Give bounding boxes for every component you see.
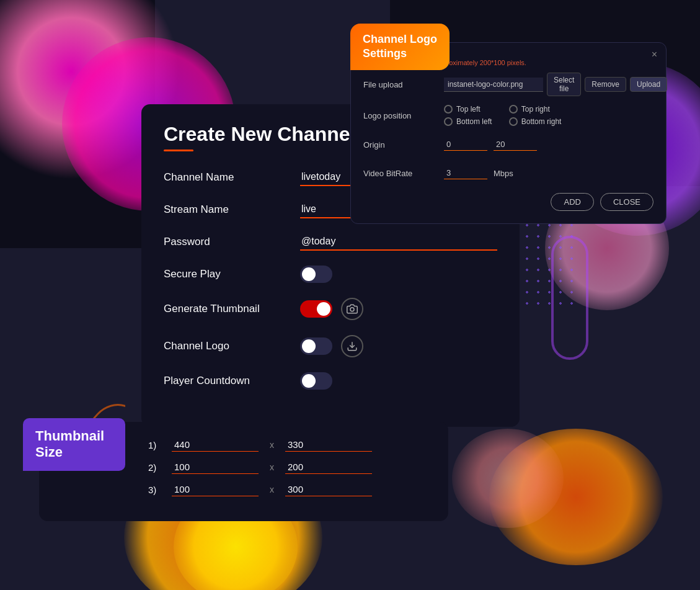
thumb-width-input-2[interactable] [172,460,259,474]
download-icon [347,341,358,352]
origin-inputs [444,138,537,151]
thumbnail-size-title: Thumbnail Size [35,428,104,460]
player-countdown-thumb [302,374,316,388]
radio-circle-bottom-right [509,117,518,126]
password-label: Password [164,236,288,248]
secure-play-label: Secure Play [164,268,288,280]
generate-thumbnail-toggle[interactable] [300,300,332,318]
logo-position-row: Logo position Top left Top right Bottom … [363,105,653,126]
radio-circle-bottom-left [444,117,453,126]
password-input[interactable] [300,233,497,251]
thumb-row-num-1: 1) [148,440,166,450]
origin-y-input[interactable] [494,138,537,151]
squiggle-decoration [551,236,588,360]
thumb-row-num-2: 2) [148,462,166,473]
secure-play-thumb [302,267,316,281]
file-upload-row: File upload Select file Remove Upload [363,73,653,96]
player-countdown-toggle[interactable] [300,372,332,390]
remove-file-button[interactable]: Remove [585,77,626,92]
radio-label-top-left: Top left [456,105,481,114]
radio-bottom-right[interactable]: Bottom right [509,117,562,126]
thumb-height-input-2[interactable] [285,460,372,474]
bitrate-row: Video BitRate Mbps [363,163,653,183]
channel-logo-settings-badge: Channel Logo Settings [350,24,450,70]
radio-top-left[interactable]: Top left [444,105,497,114]
logo-position-options: Top left Top right Bottom left Bottom ri… [444,105,561,126]
file-name-input[interactable] [444,78,543,92]
thumb-height-input-1[interactable] [285,438,372,452]
thumb-x-3: x [270,485,274,494]
radio-circle-top-left [444,105,453,114]
origin-row: Origin [363,135,653,154]
select-file-button[interactable]: Select file [547,73,581,96]
bg-blob-salmon [452,429,564,528]
file-upload-label: File upload [363,80,444,89]
generate-thumbnail-track [300,300,332,318]
radio-label-top-right: Top right [521,105,550,114]
secure-play-row: Secure Play [164,266,497,283]
thumbnail-settings-icon-button[interactable] [341,298,363,320]
secure-play-toggle[interactable] [300,266,332,283]
channel-logo-thumb [302,339,316,353]
password-row: Password [164,233,497,251]
thumb-height-input-3[interactable] [285,483,372,496]
stream-name-label: Stream Name [164,203,288,216]
channel-name-label: Channel Name [164,171,288,184]
radio-label-bottom-right: Bottom right [521,117,562,126]
generate-thumbnail-thumb [317,302,330,316]
thumb-row-num-3: 3) [148,485,166,495]
thumbnail-size-content: 1) x 2) x 3) x [148,438,426,496]
radio-circle-top-right [509,105,518,114]
thumb-width-input-3[interactable] [172,483,259,496]
thumbnail-size-badge: Thumbnail Size [23,418,125,471]
channel-logo-label: Channel Logo [164,340,288,352]
mbps-label: Mbps [494,169,513,178]
file-input-group: Select file Remove Upload [444,73,667,96]
logo-panel-close-button[interactable]: × [652,49,657,60]
thumb-width-input-1[interactable] [172,438,259,452]
player-countdown-track [300,372,332,390]
channel-logo-track [300,337,332,355]
upload-file-button[interactable]: Upload [630,77,667,92]
player-countdown-row: Player Countdown [164,372,497,390]
logo-panel-actions: ADD CLOSE [363,193,653,211]
player-countdown-label: Player Countdown [164,375,288,387]
generate-thumbnail-label: Generate Thumbnail [164,303,288,315]
thumb-size-row-1: 1) x [148,438,426,452]
origin-label: Origin [363,140,444,150]
secure-play-toggle-group [300,266,332,283]
radio-bottom-left[interactable]: Bottom left [444,117,497,126]
svg-point-0 [350,308,354,311]
channel-logo-toggle-group [300,335,363,357]
channel-logo-toggle[interactable] [300,337,332,355]
thumb-size-row-2: 2) x [148,460,426,474]
thumb-x-1: x [270,440,274,450]
close-button[interactable]: CLOSE [600,193,653,211]
logo-settings-title: Channel Logo Settings [363,33,437,60]
logo-position-label: Logo position [363,111,444,120]
thumb-size-row-3: 3) x [148,483,426,496]
camera-icon [347,303,358,315]
origin-x-input[interactable] [444,138,487,151]
channel-logo-settings-icon-button[interactable] [341,335,363,357]
secure-play-track [300,266,332,283]
bitrate-label: Video BitRate [363,169,444,178]
radio-top-right[interactable]: Top right [509,105,562,114]
thumb-x-2: x [270,462,274,472]
generate-thumbnail-toggle-group [300,298,363,320]
player-countdown-toggle-group [300,372,332,390]
bitrate-group: Mbps [444,167,513,179]
bitrate-input[interactable] [444,167,487,179]
generate-thumbnail-row: Generate Thumbnail [164,298,497,320]
radio-label-bottom-left: Bottom left [456,117,492,126]
channel-logo-row: Channel Logo [164,335,497,357]
add-button[interactable]: ADD [551,193,593,211]
title-underline [164,150,193,151]
